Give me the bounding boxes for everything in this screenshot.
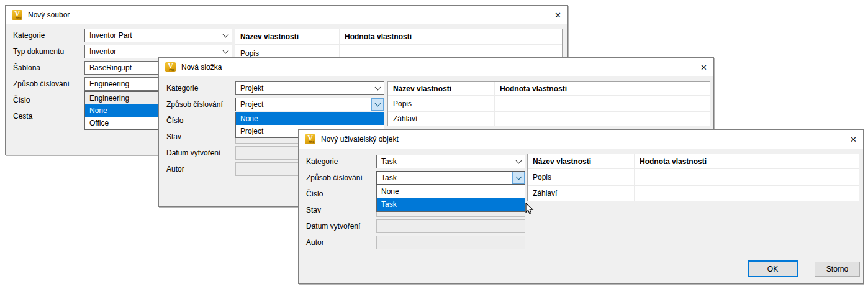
column-header-value: Hodnota vlastnosti [340,29,562,44]
column-header-name: Název vlastnosti [235,29,340,44]
vault-app-icon: V PRO [305,134,315,144]
combobox-value: Projekt [236,84,371,93]
dialog-novy-uzivatelsky-objekt: V PRO Nový uživatelský objekt ✕ Kategori… [298,129,864,284]
table-row: Popis [388,96,710,112]
dialog-title: Nová složka [181,63,222,71]
dropdown-item-selected[interactable]: Task [377,198,525,211]
close-icon[interactable]: ✕ [841,135,857,144]
property-name-cell: Záhlaví [388,112,495,126]
label-autor: Autor [306,237,324,247]
combobox-zpusob-cislovani[interactable]: Task [376,171,525,185]
combobox-value: Task [377,157,512,166]
property-name-cell: Popis [388,96,495,111]
combobox-value: Project [236,100,371,109]
chevron-down-icon [515,174,522,180]
label-typ-dokumentu: Typ dokumentu [13,47,64,57]
column-header-name: Název vlastnosti [528,154,635,168]
label-datum-vytvoreni: Datum vytvoření [166,148,220,158]
table-row: Záhlaví [528,186,859,201]
label-zpusob-cislovani: Způsob číslování [13,79,70,89]
vault-app-icon: V PRO [12,10,22,20]
chevron-down-icon [515,158,522,164]
chevron-down-icon [222,32,228,38]
titlebar[interactable]: V PRO Nový soubor ✕ [6,6,567,24]
chevron-down-icon [374,85,381,91]
combobox-zpusob-cislovani[interactable]: Project [235,98,384,111]
properties-table: Název vlastnosti Hodnota vlastnosti Popi… [387,81,710,126]
label-zpusob-cislovani: Způsob číslování [166,99,223,109]
properties-table: Název vlastnosti Hodnota vlastnosti Popi… [527,154,859,201]
mouse-cursor [525,203,534,217]
label-zpusob-cislovani: Způsob číslování [306,173,363,183]
table-row: Záhlaví [388,112,710,126]
storno-button[interactable]: Storno [815,262,860,277]
label-sablona: Šablona [13,63,40,73]
dialog-title: Nový uživatelský objekt [321,135,399,144]
ok-button[interactable]: OK [748,260,798,277]
label-autor: Autor [166,164,184,174]
property-name-cell: Záhlaví [528,186,635,201]
combobox-kategorie[interactable]: Projekt [235,81,384,95]
combobox-kategorie[interactable]: Task [376,155,525,168]
label-datum-vytvoreni: Datum vytvoření [306,221,360,231]
property-value-cell[interactable] [635,186,859,201]
input-datum-vytvoreni-disabled [376,219,525,233]
combobox-kategorie[interactable]: Inventor Part [84,29,232,42]
column-header-value: Hodnota vlastnosti [495,82,710,95]
property-name-cell: Popis [528,169,635,185]
titlebar[interactable]: V PRO Nový uživatelský objekt ✕ [299,130,863,149]
label-kategorie: Kategorie [306,157,338,167]
property-value-cell[interactable] [495,96,710,111]
property-value-cell[interactable] [495,112,710,126]
label-cislo: Číslo [166,116,183,126]
label-kategorie: Kategorie [166,83,198,93]
table-row: Popis [528,169,859,186]
label-cesta: Cesta [13,111,32,121]
label-kategorie: Kategorie [13,30,45,40]
dialog-title: Nový soubor [28,11,70,19]
combobox-value: Task [377,173,512,182]
dropdown-item[interactable]: None [377,185,525,198]
property-value-cell[interactable] [635,169,859,185]
close-icon[interactable]: ✕ [545,11,561,20]
close-icon[interactable]: ✕ [691,63,707,72]
input-autor-disabled [376,236,525,249]
label-stav: Stav [306,205,321,215]
dropdown-item-selected[interactable]: None [236,112,384,125]
combobox-value: Inventor Part [85,31,219,40]
label-stav: Stav [166,132,181,142]
combobox-typ-dokumentu[interactable]: Inventor [84,45,232,58]
chevron-down-icon [374,101,381,107]
chevron-down-icon [222,48,228,54]
combobox-value: Inventor [85,47,219,56]
column-header-name: Název vlastnosti [388,82,495,95]
label-cislo: Číslo [306,189,323,199]
vault-app-icon: V PRO [165,62,176,72]
dropdown-list: None Task [376,185,525,212]
label-cislo: Číslo [13,95,30,105]
column-header-value: Hodnota vlastnosti [635,154,859,168]
titlebar[interactable]: V PRO Nová složka ✕ [159,58,713,76]
